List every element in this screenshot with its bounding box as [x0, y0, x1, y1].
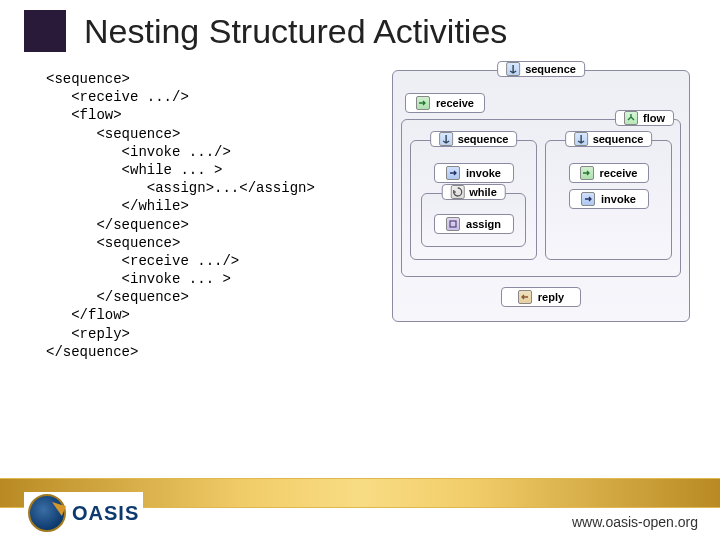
label-flow: flow: [615, 110, 674, 126]
label-text: assign: [466, 218, 501, 230]
label-while: while: [441, 184, 506, 200]
label-text: sequence: [593, 133, 644, 145]
reply-icon: [518, 290, 532, 304]
activity-invoke: invoke: [434, 163, 514, 183]
label-sequence-outer: sequence: [497, 61, 585, 77]
slide-footer: OASIS www.oasis-open.org: [0, 478, 720, 540]
box-flow: flow sequence: [401, 119, 681, 277]
header-logo: [24, 10, 66, 52]
content-row: <sequence> <receive .../> <flow> <sequen…: [0, 58, 720, 361]
footer-url: www.oasis-open.org: [572, 514, 698, 530]
slide-header: Nesting Structured Activities: [0, 0, 720, 58]
activity-receive-2: receive: [569, 163, 649, 183]
label-sequence-1: sequence: [430, 131, 518, 147]
invoke-icon: [581, 192, 595, 206]
while-icon: [450, 185, 464, 199]
code-listing: <sequence> <receive .../> <flow> <sequen…: [46, 70, 384, 361]
sequence-icon: [506, 62, 520, 76]
receive-icon: [416, 96, 430, 110]
label-text: flow: [643, 112, 665, 124]
invoke-icon: [446, 166, 460, 180]
activity-receive: receive: [405, 93, 485, 113]
oasis-globe-icon: [28, 494, 66, 532]
label-text: invoke: [466, 167, 501, 179]
diagram: sequence receive flow: [392, 70, 690, 361]
assign-icon: [446, 217, 460, 231]
activity-assign: assign: [434, 214, 514, 234]
label-text: receive: [600, 167, 638, 179]
box-sequence-2: sequence receive invoke: [545, 140, 672, 260]
flow-icon: [624, 111, 638, 125]
receive-icon: [580, 166, 594, 180]
activity-reply: reply: [501, 287, 581, 307]
label-text: receive: [436, 97, 474, 109]
label-sequence-2: sequence: [565, 131, 653, 147]
box-sequence-1: sequence invoke: [410, 140, 537, 260]
activity-invoke-2: invoke: [569, 189, 649, 209]
label-text: sequence: [525, 63, 576, 75]
label-text: sequence: [458, 133, 509, 145]
sequence-icon: [439, 132, 453, 146]
oasis-logo: OASIS: [24, 492, 143, 534]
box-sequence-outer: sequence receive flow: [392, 70, 690, 322]
box-while: while assign: [421, 193, 526, 247]
svg-rect-0: [450, 221, 456, 227]
label-text: while: [469, 186, 497, 198]
oasis-logo-text: OASIS: [72, 502, 139, 525]
label-text: invoke: [601, 193, 636, 205]
sequence-icon: [574, 132, 588, 146]
label-text: reply: [538, 291, 564, 303]
slide-title: Nesting Structured Activities: [84, 12, 507, 51]
